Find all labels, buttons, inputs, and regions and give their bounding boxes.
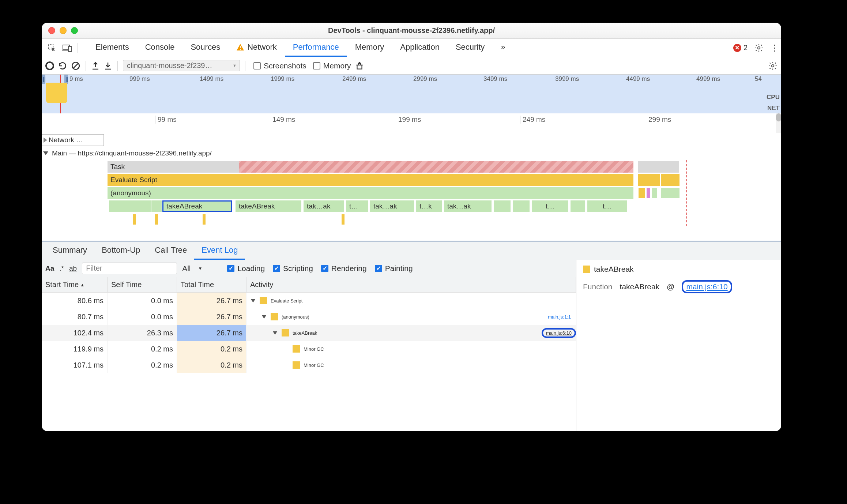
regex-toggle[interactable]: .* (59, 264, 64, 272)
flame-call[interactable]: t… (587, 200, 627, 212)
flame-call[interactable] (151, 200, 162, 212)
tab-security[interactable]: Security (448, 39, 493, 57)
kebab-menu-icon[interactable]: ⋮ (770, 43, 779, 53)
timeline-scrollbar[interactable] (776, 113, 781, 133)
source-link[interactable]: main.js:6:10 (542, 328, 576, 338)
case-sensitive-toggle[interactable]: Aa (45, 264, 54, 272)
detail-source-link[interactable]: main.js:6:10 (682, 280, 732, 293)
tab-more[interactable]: » (493, 39, 513, 57)
flame-bar[interactable] (647, 188, 650, 198)
download-profile-button[interactable] (103, 61, 112, 70)
main-track-header[interactable]: Main — https://clinquant-mousse-2f2396.n… (42, 146, 781, 160)
flame-call[interactable]: takeABreak (236, 200, 301, 212)
table-row[interactable]: 119.9 ms0.2 ms0.2 msMinor GC (42, 341, 576, 357)
chevron-down-icon[interactable] (262, 315, 266, 319)
cell-start-time: 107.1 ms (42, 357, 108, 373)
flame-task[interactable] (638, 161, 679, 173)
cell-self-time: 0.2 ms (108, 357, 177, 373)
detail-function-label: Function (583, 282, 613, 291)
flame-evaluate-script[interactable] (638, 174, 660, 186)
tab-console[interactable]: Console (137, 39, 183, 57)
flame-task-long[interactable] (239, 161, 633, 173)
ruler-tick: 149 ms (270, 116, 295, 124)
flame-bar[interactable] (342, 214, 345, 225)
loading-filter-checkbox[interactable]: Loading (227, 264, 265, 273)
tab-performance[interactable]: Performance (285, 39, 347, 57)
flame-bar[interactable] (155, 214, 158, 225)
flame-call[interactable]: tak…ak (304, 200, 344, 212)
painting-filter-checkbox[interactable]: Painting (375, 264, 413, 273)
profile-selector[interactable]: clinquant-mousse-2f239… (123, 60, 240, 71)
error-counter[interactable]: ✕ 2 (733, 44, 748, 52)
clear-button[interactable] (71, 61, 80, 71)
memory-checkbox[interactable]: Memory (313, 61, 351, 70)
table-row[interactable]: 102.4 ms26.3 ms26.7 mstakeABreakmain.js:… (42, 325, 576, 341)
flame-task[interactable]: Task (108, 161, 239, 173)
col-total-time[interactable]: Total Time (177, 277, 246, 292)
inspect-element-icon[interactable] (45, 41, 59, 54)
col-activity[interactable]: Activity (246, 277, 576, 292)
flame-call[interactable]: tak…ak (444, 200, 492, 212)
network-track-header[interactable]: Network … (42, 134, 104, 146)
reload-button[interactable] (58, 61, 67, 71)
cell-self-time: 0.2 ms (108, 341, 177, 357)
upload-profile-button[interactable] (91, 61, 100, 70)
screenshots-checkbox[interactable]: Screenshots (253, 61, 306, 70)
flame-bar[interactable] (661, 188, 680, 198)
col-start-time[interactable]: Start Time (42, 277, 108, 292)
tab-memory[interactable]: Memory (347, 39, 392, 57)
chevron-down-icon: ▼ (198, 266, 202, 271)
cell-activity: Evaluate Script (246, 293, 576, 309)
flame-call[interactable]: t… (346, 200, 368, 212)
table-row[interactable]: 80.7 ms0.0 ms26.7 ms(anonymous)main.js:1… (42, 309, 576, 325)
flame-bar[interactable] (639, 188, 645, 198)
detail-tab-summary[interactable]: Summary (45, 242, 94, 260)
flame-call[interactable] (513, 200, 530, 212)
whole-word-toggle[interactable]: ab (69, 264, 77, 272)
overview-tick: 999 ms (129, 75, 150, 83)
capture-settings-icon[interactable] (768, 61, 778, 71)
record-button[interactable] (45, 61, 54, 70)
detail-tab-bottomup[interactable]: Bottom-Up (94, 242, 147, 260)
flame-chart[interactable]: Task Evaluate Script (anonymous) takeABr… (42, 160, 781, 241)
detail-title-text: takeABreak (594, 265, 634, 274)
tab-elements[interactable]: Elements (87, 39, 137, 57)
flame-anonymous[interactable]: (anonymous) (108, 187, 633, 199)
flame-bar[interactable] (652, 188, 657, 198)
col-self-time[interactable]: Self Time (108, 277, 177, 292)
flame-call[interactable]: t… (532, 200, 568, 212)
overview-handle-left[interactable] (42, 75, 45, 84)
detail-tabs: Summary Bottom-Up Call Tree Event Log (42, 241, 781, 260)
flame-bar[interactable] (133, 214, 136, 225)
overview-tick: 54 (755, 75, 762, 83)
garbage-collect-icon[interactable] (355, 61, 364, 71)
scripting-filter-checkbox[interactable]: Scripting (273, 264, 313, 273)
flame-evaluate-script[interactable]: Evaluate Script (108, 174, 633, 186)
flame-call[interactable] (109, 200, 151, 212)
duration-filter[interactable]: All ▼ (182, 264, 219, 273)
detail-tab-calltree[interactable]: Call Tree (147, 242, 194, 260)
flame-bar[interactable] (203, 214, 206, 225)
tab-network[interactable]: Network (228, 39, 285, 57)
chevron-down-icon[interactable] (251, 299, 255, 302)
tab-sources[interactable]: Sources (182, 39, 228, 57)
table-row[interactable]: 80.6 ms0.0 ms26.7 msEvaluate Script (42, 293, 576, 309)
flame-evaluate-script[interactable] (661, 174, 680, 186)
detail-tab-eventlog[interactable]: Event Log (194, 242, 245, 260)
tab-application[interactable]: Application (392, 39, 448, 57)
flame-call[interactable] (494, 200, 511, 212)
timeline-overview[interactable]: 9 ms 999 ms 1499 ms 1999 ms 2499 ms 2999… (42, 75, 781, 113)
flame-call[interactable] (571, 200, 585, 212)
device-toolbar-icon[interactable] (61, 41, 74, 54)
chevron-down-icon[interactable] (273, 331, 277, 335)
svg-line-8 (74, 63, 78, 68)
flame-call[interactable]: tak…ak (370, 200, 414, 212)
flame-call[interactable]: t…k (416, 200, 442, 212)
source-link[interactable]: main.js:1:1 (548, 314, 576, 320)
timeline-ruler[interactable]: 99 ms 149 ms 199 ms 249 ms 299 ms (42, 113, 781, 133)
settings-icon[interactable] (754, 43, 764, 53)
table-row[interactable]: 107.1 ms0.2 ms0.2 msMinor GC (42, 357, 576, 373)
rendering-filter-checkbox[interactable]: Rendering (321, 264, 367, 273)
filter-input[interactable] (82, 263, 177, 274)
flame-call-selected[interactable]: takeABreak (162, 200, 232, 212)
